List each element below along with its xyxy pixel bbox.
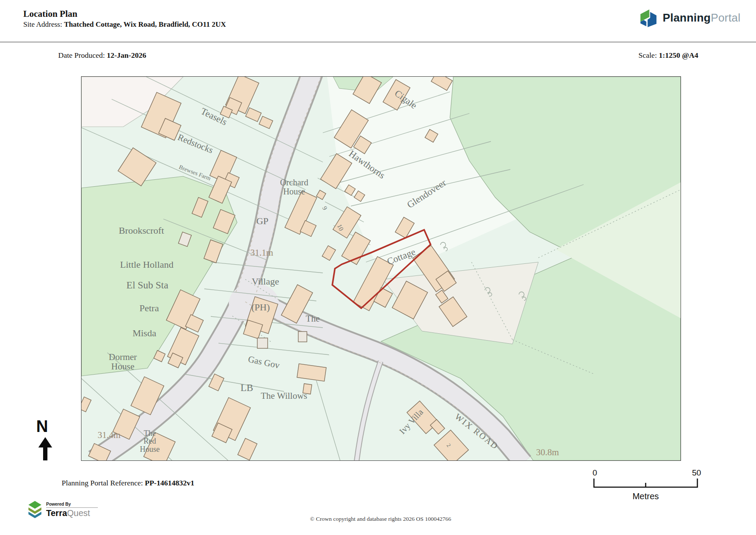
crown-copyright: © Crown copyright and database rights 20… [81,516,680,522]
north-label: N [36,417,48,436]
terraquest-logo-icon [27,500,43,520]
date-produced: Date Produced: 12-Jan-2026 [58,51,146,60]
location-plan-map: TeaselsRedstocksBrewses FarmCigaleHawtho… [81,76,681,461]
site-address: Site Address: Thatched Cottage, Wix Road… [23,20,226,29]
site-address-label: Site Address: [23,20,64,28]
scalebar-units: Metres [591,491,700,501]
powered-by-label: Powered By [46,502,98,508]
header-divider [0,42,756,42]
scalebar [591,478,700,489]
planning-portal-wordmark: PlanningPortal [662,11,740,25]
planning-portal-reference: Planning Portal Reference: PP-14614832v1 [62,479,194,488]
page-title: Location Plan [23,9,77,19]
map-drawing [81,77,681,460]
site-address-value: Thatched Cottage, Wix Road, Bradfield, C… [64,20,226,28]
location-plan-page: Location Plan Site Address: Thatched Cot… [0,0,756,535]
scalebar-zero: 0 [590,468,600,478]
north-arrow-icon [38,437,53,460]
planning-portal-logo: PlanningPortal [638,8,740,28]
planning-portal-logo-icon [638,8,658,28]
scale-note: Scale: 1:1250 @A4 [638,51,698,60]
scalebar-fifty: 50 [688,468,705,478]
